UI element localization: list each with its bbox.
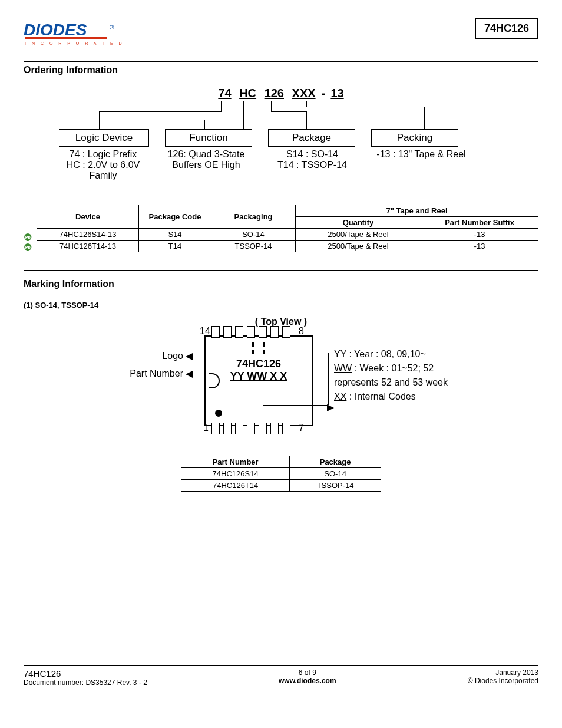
arrow-left-icon bbox=[186, 353, 193, 360]
ordering-table-wrap: Pb Pb Device Package Code Packaging 7" T… bbox=[24, 205, 538, 252]
pin-label-7: 7 bbox=[299, 423, 304, 433]
diodes-logo: DIODES I N C O R P O R A T E D ® bbox=[24, 18, 124, 50]
pins-bottom bbox=[211, 423, 290, 434]
table-row: 74HC126S14-13 S14 SO-14 2500/Tape & Reel… bbox=[37, 229, 538, 241]
pn-group-packing-box: Packing bbox=[371, 129, 458, 147]
pins-top bbox=[211, 326, 290, 338]
page-footer: 74HC126 Document number: DS35327 Rev. 3 … bbox=[24, 665, 538, 687]
marking-subtitle: (1) SO-14, TSSOP-14 bbox=[24, 301, 538, 309]
logo-arrow-label: Logo bbox=[128, 351, 193, 361]
th-packaging: Packaging bbox=[211, 205, 296, 229]
pn-group-logic-desc: 74 : Logic Prefix HC : 2.0V to 6.0V Fami… bbox=[59, 149, 147, 181]
pb-free-icons: Pb Pb bbox=[24, 205, 34, 252]
footer-center: 6 of 9 www.diodes.com bbox=[279, 668, 336, 687]
pin-label-8: 8 bbox=[299, 326, 304, 337]
section-title-marking: Marking Information bbox=[24, 276, 538, 292]
marking-figure: ( Top View ) 74HC126 YY WW X X 14 8 1 7 … bbox=[39, 318, 523, 447]
svg-text:®: ® bbox=[110, 24, 114, 31]
pin-label-14: 14 bbox=[200, 326, 210, 337]
svg-text:I N C O R P O R A T E D: I N C O R P O R A T E D bbox=[25, 41, 124, 45]
pin-label-1: 1 bbox=[203, 423, 209, 433]
ordering-table: Device Package Code Packaging 7" Tape an… bbox=[37, 205, 538, 252]
pn-group-function-desc: 126: Quad 3-State Buffers OE High bbox=[156, 149, 256, 170]
part-number-breakdown-diagram: 74 HC 126 XXX - 13 Logic Device 74 : Log… bbox=[35, 87, 527, 199]
arrow-left-icon bbox=[186, 371, 193, 378]
th-tapereel: 7" Tape and Reel bbox=[296, 205, 538, 217]
table-row: 74HC126T14 TSSOP-14 bbox=[181, 480, 381, 492]
svg-text:DIODES: DIODES bbox=[24, 21, 87, 39]
th-qty: Quantity bbox=[296, 217, 421, 229]
marking-table: Part Number Package 74HC126S14 SO-14 74H… bbox=[181, 456, 381, 492]
logo-marks-icon bbox=[252, 342, 265, 354]
partno-arrow-label: Part Number bbox=[128, 368, 193, 379]
section-title-ordering: Ordering Information bbox=[24, 61, 538, 78]
th-suffix: Part Number Suffix bbox=[421, 217, 538, 229]
svg-rect-1 bbox=[25, 37, 107, 39]
th-device: Device bbox=[37, 205, 139, 229]
th-partnumber: Part Number bbox=[181, 456, 290, 468]
chip-outline: 74HC126 YY WW X X bbox=[204, 335, 313, 426]
date-arrow-line bbox=[263, 405, 328, 406]
table-row: 74HC126T14-13 T14 TSSOP-14 2500/Tape & R… bbox=[37, 241, 538, 252]
pn-group-logic-box: Logic Device bbox=[59, 129, 149, 147]
footer-right: January 2013 © Diodes Incorporated bbox=[468, 668, 538, 687]
marking-legend: YY : Year : 08, 09,10~ WW : Week : 01~52… bbox=[334, 347, 448, 404]
pn-group-function-box: Function bbox=[165, 129, 252, 147]
svg-text:Pb: Pb bbox=[25, 235, 31, 239]
pn-group-packing-desc: -13 : 13" Tape & Reel bbox=[362, 149, 480, 160]
pn-group-package-box: Package bbox=[268, 129, 355, 147]
pn-format-string: 74 HC 126 XXX - 13 bbox=[216, 87, 346, 100]
svg-text:Pb: Pb bbox=[25, 245, 31, 249]
part-number-box: 74HC126 bbox=[475, 18, 538, 39]
table-row: 74HC126S14 SO-14 bbox=[181, 468, 381, 480]
pb-free-icon: Pb bbox=[24, 243, 34, 251]
pin1-dot-icon bbox=[215, 410, 222, 417]
pn-group-package-desc: S14 : SO-14 T14 : TSSOP-14 bbox=[274, 149, 351, 170]
th-package: Package bbox=[290, 456, 381, 468]
page-header: DIODES I N C O R P O R A T E D ® 74HC126 bbox=[24, 18, 538, 50]
th-pkgcode: Package Code bbox=[139, 205, 211, 229]
footer-left: 74HC126 Document number: DS35327 Rev. 3 … bbox=[24, 668, 147, 687]
pb-free-icon: Pb bbox=[24, 233, 34, 241]
